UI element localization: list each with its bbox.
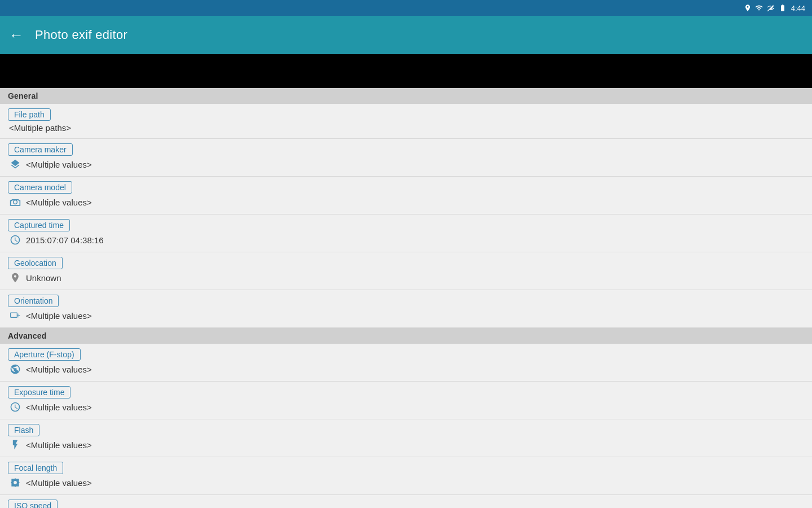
field-flash[interactable]: Flash <Multiple values> bbox=[0, 419, 812, 457]
file-path-button[interactable]: File path bbox=[8, 108, 51, 121]
camera-model-value: <Multiple values> bbox=[8, 196, 804, 208]
field-focal-length[interactable]: Focal length <Multiple values> bbox=[0, 457, 812, 495]
location-icon bbox=[744, 4, 752, 12]
field-aperture[interactable]: Aperture (F-stop) <Multiple values> bbox=[0, 344, 812, 382]
geolocation-button[interactable]: Geolocation bbox=[8, 257, 63, 269]
time-display: 4:44 bbox=[791, 4, 805, 12]
focal-icon bbox=[9, 476, 21, 489]
layers-icon bbox=[9, 158, 21, 170]
camera-icon bbox=[9, 196, 21, 208]
captured-time-value: 2015:07:07 04:38:16 bbox=[8, 234, 804, 246]
geolocation-value: Unknown bbox=[8, 271, 804, 284]
exposure-time-button[interactable]: Exposure time bbox=[8, 386, 70, 398]
file-path-value: <Multiple paths> bbox=[8, 123, 804, 133]
focal-length-button[interactable]: Focal length bbox=[8, 462, 63, 474]
orientation-icon bbox=[9, 309, 21, 322]
clock-icon bbox=[9, 234, 21, 246]
camera-model-button[interactable]: Camera model bbox=[8, 181, 72, 194]
flash-icon bbox=[9, 439, 21, 451]
aperture-icon bbox=[9, 363, 21, 375]
flash-button[interactable]: Flash bbox=[8, 424, 39, 436]
section-general: General bbox=[0, 88, 812, 104]
svg-rect-0 bbox=[11, 313, 17, 317]
exposure-icon bbox=[9, 401, 21, 413]
field-exposure-time[interactable]: Exposure time <Multiple values> bbox=[0, 382, 812, 419]
app-bar: ← Photo exif editor bbox=[0, 16, 812, 54]
field-camera-model[interactable]: Camera model <Multiple values> bbox=[0, 177, 812, 214]
iso-speed-button[interactable]: ISO speed bbox=[8, 500, 58, 508]
orientation-value: <Multiple values> bbox=[8, 309, 804, 322]
pin-icon bbox=[9, 271, 21, 284]
section-advanced: Advanced bbox=[0, 328, 812, 344]
orientation-button[interactable]: Orientation bbox=[8, 295, 59, 307]
back-button[interactable]: ← bbox=[9, 27, 24, 44]
aperture-button[interactable]: Aperture (F-stop) bbox=[8, 348, 81, 361]
exposure-time-value: <Multiple values> bbox=[8, 401, 804, 413]
signal-icon bbox=[766, 4, 774, 12]
battery-icon bbox=[777, 4, 788, 12]
captured-time-button[interactable]: Captured time bbox=[8, 219, 70, 231]
flash-value: <Multiple values> bbox=[8, 439, 804, 451]
aperture-value: <Multiple values> bbox=[8, 363, 804, 375]
field-file-path[interactable]: File path <Multiple paths> bbox=[0, 104, 812, 139]
wifi-icon bbox=[754, 4, 764, 12]
app-title: Photo exif editor bbox=[35, 28, 127, 42]
image-preview bbox=[0, 54, 812, 88]
field-iso-speed[interactable]: ISO speed bbox=[0, 495, 812, 508]
status-icons: 4:44 bbox=[744, 4, 805, 12]
field-orientation[interactable]: Orientation <Multiple values> bbox=[0, 290, 812, 328]
field-geolocation[interactable]: Geolocation Unknown bbox=[0, 252, 812, 290]
camera-maker-value: <Multiple values> bbox=[8, 158, 804, 170]
focal-length-value: <Multiple values> bbox=[8, 476, 804, 489]
field-captured-time[interactable]: Captured time 2015:07:07 04:38:16 bbox=[0, 214, 812, 252]
camera-maker-button[interactable]: Camera maker bbox=[8, 143, 73, 156]
status-bar: 4:44 bbox=[0, 0, 812, 16]
field-camera-maker[interactable]: Camera maker <Multiple values> bbox=[0, 139, 812, 177]
